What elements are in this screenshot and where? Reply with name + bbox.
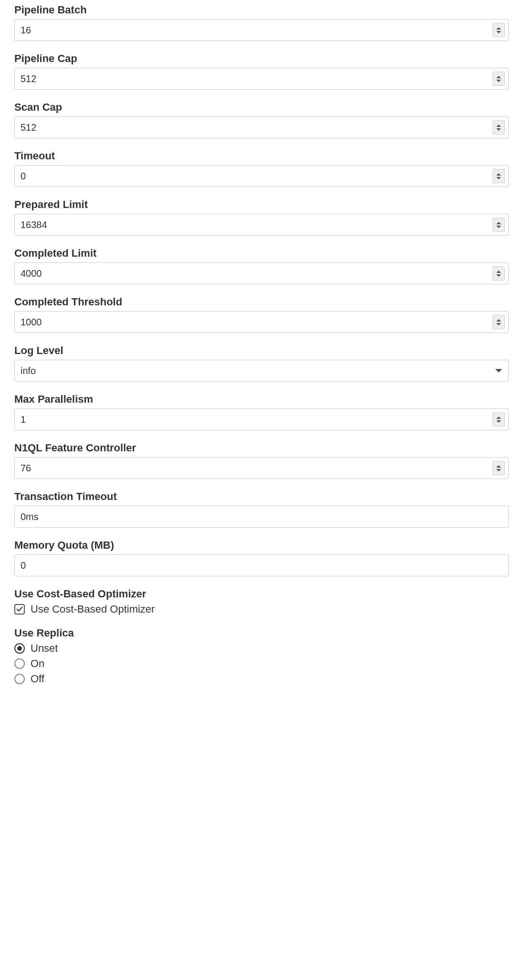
chevron-up-icon [496, 319, 501, 322]
label-pipeline-cap: Pipeline Cap [14, 52, 509, 65]
field-use-cbo: Use Cost-Based Optimizer Use Cost-Based … [14, 588, 509, 615]
chevron-up-icon [496, 173, 501, 176]
chevron-down-icon [496, 31, 501, 33]
chevron-down-icon [496, 469, 501, 471]
input-completed-limit[interactable] [14, 262, 509, 284]
checkbox-use-cbo[interactable] [14, 604, 25, 615]
chevron-up-icon [496, 76, 501, 78]
input-prepared-limit[interactable] [14, 214, 509, 236]
chevron-up-icon [496, 465, 501, 468]
input-feature-controller[interactable] [14, 457, 509, 479]
field-memory-quota: Memory Quota (MB) [14, 539, 509, 576]
radio-use-replica-off[interactable]: Off [14, 673, 509, 685]
chevron-up-icon [496, 125, 501, 127]
spinner-max-parallelism[interactable] [492, 412, 505, 427]
radio-dot-icon [17, 646, 22, 651]
spinner-pipeline-batch[interactable] [492, 23, 505, 37]
chevron-up-icon [496, 27, 501, 30]
field-completed-threshold: Completed Threshold [14, 296, 509, 333]
select-log-level[interactable] [14, 360, 509, 382]
label-max-parallelism: Max Parallelism [14, 393, 509, 406]
field-scan-cap: Scan Cap [14, 101, 509, 138]
input-wrap-timeout [14, 165, 509, 187]
spinner-pipeline-cap[interactable] [492, 72, 505, 86]
label-prepared-limit: Prepared Limit [14, 198, 509, 211]
input-wrap-feature-controller [14, 457, 509, 479]
field-completed-limit: Completed Limit [14, 247, 509, 284]
field-pipeline-cap: Pipeline Cap [14, 52, 509, 90]
field-log-level: Log Level [14, 344, 509, 382]
label-completed-limit: Completed Limit [14, 247, 509, 260]
input-timeout[interactable] [14, 165, 509, 187]
chevron-up-icon [496, 271, 501, 273]
radio-use-replica-unset[interactable]: Unset [14, 642, 509, 655]
input-wrap-prepared-limit [14, 214, 509, 236]
input-max-parallelism[interactable] [14, 408, 509, 430]
label-log-level: Log Level [14, 344, 509, 357]
chevron-down-icon [496, 177, 501, 179]
field-prepared-limit: Prepared Limit [14, 198, 509, 236]
input-memory-quota[interactable] [14, 554, 509, 576]
input-wrap-pipeline-cap [14, 68, 509, 90]
radio-circle-icon [14, 658, 25, 669]
spinner-timeout[interactable] [492, 169, 505, 183]
input-wrap-completed-limit [14, 262, 509, 284]
chevron-down-icon [496, 226, 501, 228]
label-tx-timeout: Transaction Timeout [14, 490, 509, 503]
spinner-feature-controller[interactable] [492, 461, 505, 475]
spinner-completed-limit[interactable] [492, 266, 505, 281]
chevron-down-icon [496, 128, 501, 131]
field-tx-timeout: Transaction Timeout [14, 490, 509, 528]
chevron-up-icon [496, 417, 501, 419]
radio-label-off: Off [31, 673, 44, 685]
label-use-cbo: Use Cost-Based Optimizer [14, 588, 509, 600]
spinner-completed-threshold[interactable] [492, 315, 505, 329]
field-max-parallelism: Max Parallelism [14, 393, 509, 430]
label-timeout: Timeout [14, 150, 509, 162]
label-pipeline-batch: Pipeline Batch [14, 4, 509, 16]
select-wrap-log-level[interactable] [14, 360, 509, 382]
input-completed-threshold[interactable] [14, 311, 509, 333]
label-completed-threshold: Completed Threshold [14, 296, 509, 308]
spinner-prepared-limit[interactable] [492, 218, 505, 232]
input-pipeline-cap[interactable] [14, 68, 509, 90]
radio-use-replica-on[interactable]: On [14, 657, 509, 670]
input-scan-cap[interactable] [14, 116, 509, 138]
settings-form: Pipeline Batch Pipeline Cap Scan Cap [0, 0, 523, 702]
input-wrap-memory-quota [14, 554, 509, 576]
spinner-scan-cap[interactable] [492, 120, 505, 135]
chevron-down-icon [496, 80, 501, 82]
chevron-down-icon [496, 274, 501, 277]
field-timeout: Timeout [14, 150, 509, 187]
chevron-down-icon [496, 323, 501, 325]
radio-circle-icon [14, 643, 25, 654]
radio-group-use-replica: Unset On Off [14, 642, 509, 685]
chevron-down-icon [496, 420, 501, 423]
input-wrap-max-parallelism [14, 408, 509, 430]
label-scan-cap: Scan Cap [14, 101, 509, 114]
label-feature-controller: N1QL Feature Controller [14, 442, 509, 454]
chevron-up-icon [496, 222, 501, 224]
radio-label-on: On [31, 657, 44, 670]
label-use-replica: Use Replica [14, 627, 509, 639]
field-pipeline-batch: Pipeline Batch [14, 4, 509, 41]
field-feature-controller: N1QL Feature Controller [14, 442, 509, 479]
input-pipeline-batch[interactable] [14, 19, 509, 41]
radio-circle-icon [14, 674, 25, 684]
input-wrap-scan-cap [14, 116, 509, 138]
input-wrap-tx-timeout [14, 506, 509, 528]
checkbox-label-use-cbo: Use Cost-Based Optimizer [31, 603, 155, 615]
input-tx-timeout[interactable] [14, 506, 509, 528]
check-icon [16, 606, 23, 613]
label-memory-quota: Memory Quota (MB) [14, 539, 509, 552]
field-use-replica: Use Replica Unset On Off [14, 627, 509, 685]
input-wrap-pipeline-batch [14, 19, 509, 41]
checkbox-row-use-cbo[interactable]: Use Cost-Based Optimizer [14, 603, 509, 615]
input-wrap-completed-threshold [14, 311, 509, 333]
radio-label-unset: Unset [31, 642, 58, 655]
